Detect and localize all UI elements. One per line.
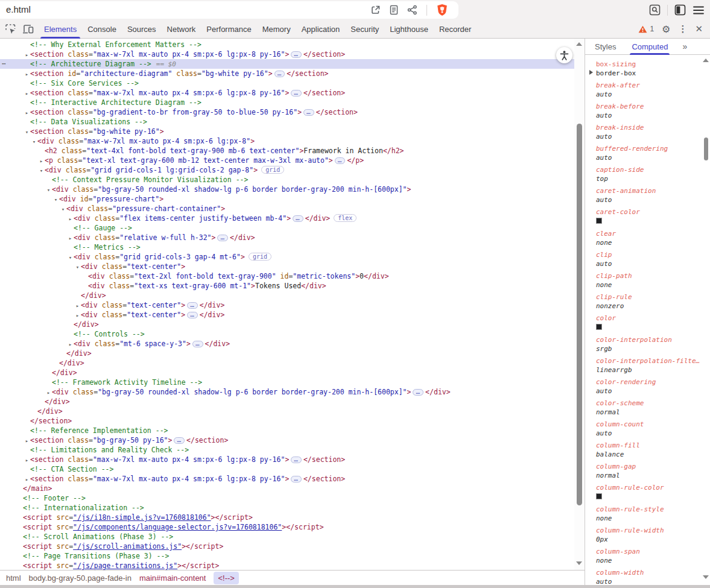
close-devtools-icon[interactable]: ✕ (695, 24, 703, 34)
tree-row-element[interactable]: </div> (0, 406, 574, 416)
computed-property-row[interactable]: column-rule-stylenone (596, 505, 703, 523)
share-icon[interactable] (407, 5, 417, 15)
tree-row-element[interactable]: </main> (0, 484, 574, 493)
expand-ellipsis-button[interactable]: … (291, 457, 302, 463)
tree-row-element[interactable]: ▸<section class="bg-gray-50 py-16">…</se… (0, 435, 574, 445)
expand-ellipsis-button[interactable]: … (293, 215, 303, 222)
tree-row-element[interactable]: ▸<section id="architecture-diagram" clas… (0, 69, 574, 78)
expand-ellipsis-button[interactable]: … (303, 109, 314, 116)
scroll-down-arrow[interactable] (576, 561, 582, 565)
expand-arrow-icon[interactable]: ▸ (74, 311, 81, 320)
tree-row-comment[interactable]: <!-- Six Core Services --> (0, 78, 574, 88)
devtools-tab-elements[interactable]: Elements (39, 20, 82, 38)
tree-row-element[interactable]: <h2 class="text-4xl font-bold text-gray-… (0, 146, 574, 156)
breadcrumb-item[interactable]: body.bg-gray-50.page-fade-in (29, 574, 132, 583)
expand-ellipsis-button[interactable]: … (174, 437, 185, 444)
more-tabs-icon[interactable]: » (682, 42, 687, 51)
tree-row-element[interactable]: <script src="/js/page-transitions.js"></… (0, 561, 574, 570)
tree-row-element[interactable]: ▸<section class="bg-gradient-to-br from-… (0, 107, 574, 117)
computed-property-row[interactable]: caption-sidetop (596, 165, 703, 183)
tree-row-comment[interactable]: ⋯<!-- Architecture Diagram -->== $0 (0, 59, 574, 69)
expand-arrow-icon[interactable]: ▸ (24, 475, 30, 484)
devtools-tab-console[interactable]: Console (82, 20, 122, 38)
devtools-tab-network[interactable]: Network (162, 20, 201, 38)
collapse-arrow-icon[interactable]: ▾ (45, 185, 52, 195)
computed-property-row[interactable]: buffered-renderingauto (596, 144, 703, 162)
elements-scrollbar-thumb[interactable] (577, 124, 582, 505)
tree-row-element[interactable]: ▸<div class="relative w-full h-32">…</di… (0, 233, 574, 242)
computed-property-row[interactable]: break-afterauto (596, 81, 703, 99)
collapse-arrow-icon[interactable]: ▾ (60, 204, 66, 214)
tree-row-element[interactable]: ▸<section class="max-w-7xl mx-auto px-4 … (0, 88, 574, 98)
tree-row-element[interactable]: <script src="/js/i18n-simple.js?v=176081… (0, 513, 574, 522)
computed-property-row[interactable]: break-insideauto (596, 123, 703, 141)
computed-property-row[interactable]: clip-pathnone (596, 271, 703, 289)
tree-row-element[interactable]: </section> (0, 416, 574, 426)
expand-arrow-icon[interactable]: ▸ (24, 455, 30, 465)
kebab-menu-icon[interactable]: ⋮ (678, 24, 687, 34)
tree-row-comment[interactable]: <!-- Controls --> (0, 329, 574, 339)
tree-row-element[interactable]: ▾<div id="pressure-chart"> (0, 194, 574, 204)
computed-property-row[interactable]: clip-rulenonzero (596, 292, 703, 311)
expand-arrow-icon[interactable] (589, 70, 593, 75)
tree-row-comment[interactable]: <!-- Data Visualizations --> (0, 117, 574, 127)
reader-mode-icon[interactable] (390, 5, 398, 15)
settings-gear-icon[interactable]: ⚙ (662, 24, 670, 35)
tree-row-element[interactable]: ▾<div class="pressure-chart-container"> (0, 204, 574, 213)
tree-row-element[interactable]: </div> (0, 397, 574, 406)
expand-ellipsis-button[interactable]: … (413, 389, 423, 396)
breadcrumb-item[interactable]: <!--> (214, 572, 238, 584)
grid-adorner-badge[interactable]: grid (249, 253, 271, 261)
tree-row-comment[interactable]: <!-- Internationalization --> (0, 503, 574, 513)
collapse-arrow-icon[interactable]: ▾ (74, 262, 81, 272)
expand-ellipsis-button[interactable]: … (187, 312, 198, 318)
inspect-element-icon[interactable] (5, 24, 16, 34)
tab-computed[interactable]: Computed (632, 39, 668, 54)
computed-property-row[interactable]: color-interpolation-filte…linearrgb (596, 356, 703, 375)
expand-ellipsis-button[interactable]: … (291, 51, 302, 58)
search-page-icon[interactable] (649, 4, 661, 16)
tree-row-element[interactable]: ▾<div class="text-center"> (0, 262, 574, 271)
tree-row-element[interactable]: ▾<div class="max-w-7xl mx-auto px-4 sm:p… (0, 136, 574, 146)
expand-arrow-icon[interactable]: ▸ (67, 233, 74, 243)
computed-property-row[interactable]: column-rule-width0px (596, 526, 703, 544)
computed-property-row[interactable]: clipauto (596, 250, 703, 268)
brave-shield-icon[interactable] (436, 4, 448, 16)
scroll-down-arrow[interactable] (703, 575, 709, 579)
tree-row-element[interactable]: ▸<div class="bg-gray-50 rounded-xl shado… (0, 387, 574, 397)
expand-ellipsis-button[interactable]: … (187, 302, 198, 309)
tree-row-element[interactable]: ▸<section class="max-w-7xl mx-auto px-4 … (0, 474, 574, 484)
tree-row-element[interactable]: <div class="text-xs text-gray-600 mt-1">… (0, 281, 574, 291)
tree-row-element[interactable]: ▸<div class="mt-6 space-y-3">…</div> (0, 339, 574, 349)
breadcrumb-item[interactable]: main#main-content (139, 574, 206, 583)
flex-adorner-badge[interactable]: flex (334, 214, 357, 222)
tree-row-element[interactable]: </div> (0, 291, 574, 300)
devtools-tab-security[interactable]: Security (345, 20, 384, 38)
expand-arrow-icon[interactable]: ▸ (67, 214, 74, 224)
computed-property-row[interactable]: column-fillbalance (596, 441, 703, 459)
tree-row-element[interactable]: ▸<section class="max-w-7xl mx-auto px-4 … (0, 49, 574, 59)
computed-property-row[interactable]: color-renderingauto (596, 378, 703, 396)
tree-row-element[interactable]: </div> (0, 320, 574, 329)
tree-row-element[interactable]: <script src="/js/components/language-sel… (0, 522, 574, 532)
computed-property-row[interactable]: box-sizingborder-box (596, 60, 703, 78)
expand-ellipsis-button[interactable]: … (335, 157, 346, 164)
tree-row-element[interactable]: ▸<section class="max-w-7xl mx-auto px-4 … (0, 455, 574, 464)
computed-property-row[interactable]: column-spannone (596, 547, 703, 565)
split-view-icon[interactable] (674, 4, 686, 16)
expand-ellipsis-button[interactable]: … (217, 235, 228, 241)
tree-row-element[interactable]: ▾<div class="grid grid-cols-1 lg:grid-co… (0, 165, 574, 175)
computed-property-row[interactable]: clearnone (596, 229, 703, 247)
expand-ellipsis-button[interactable]: … (274, 71, 285, 77)
expand-arrow-icon[interactable]: ▸ (24, 436, 30, 446)
expand-arrow-icon[interactable]: ▸ (38, 156, 45, 166)
accessibility-overlay-button[interactable] (556, 47, 572, 63)
device-toolbar-icon[interactable] (22, 24, 34, 34)
tree-row-comment[interactable]: <!-- Footer --> (0, 493, 574, 503)
tree-row-element[interactable]: ▸<div class="text-center">…</div> (0, 300, 574, 310)
tree-row-comment[interactable]: <!-- Why External Enforcement Matters --… (0, 40, 574, 49)
breadcrumb-item[interactable]: html (6, 574, 21, 583)
computed-property-row[interactable]: color (596, 314, 703, 332)
expand-arrow-icon[interactable]: ▸ (24, 50, 30, 60)
tree-row-comment[interactable]: <!-- CTA Section --> (0, 464, 574, 474)
